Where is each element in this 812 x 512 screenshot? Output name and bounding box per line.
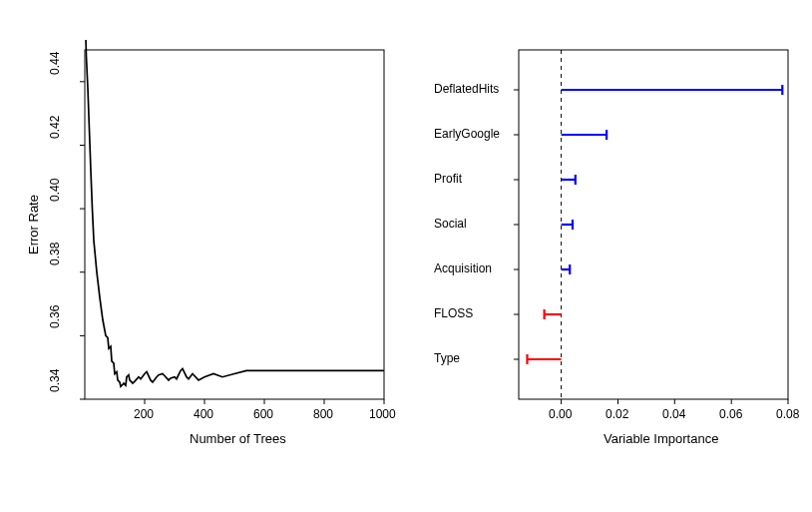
- xtick-label: 0.06: [719, 407, 742, 421]
- xtick-label: 0.04: [662, 407, 685, 421]
- ytick-label: 0.42: [48, 116, 62, 139]
- var-label: Profit: [434, 172, 462, 186]
- ytick-label: 0.38: [48, 243, 62, 265]
- xtick-label: 400: [194, 407, 213, 421]
- xtick-label: 0.08: [776, 407, 799, 421]
- svg-rect-0: [85, 50, 384, 399]
- x-axis-label-left: Number of Trees: [190, 431, 286, 446]
- ytick-label: 0.36: [48, 305, 62, 328]
- xtick-label: 800: [313, 407, 333, 421]
- xtick-label: 0.02: [606, 407, 628, 421]
- var-label: Social: [434, 217, 467, 231]
- xtick-label: 1000: [369, 407, 396, 421]
- var-label: Type: [434, 351, 460, 365]
- svg-rect-12: [519, 50, 788, 399]
- var-label: FLOSS: [434, 306, 473, 320]
- right-chart-panel: DeflatedHits EarlyGoogle Profit Social A…: [429, 40, 798, 439]
- x-axis-label-right: Variable Importance: [604, 431, 718, 446]
- ytick-label: 0.40: [48, 179, 62, 202]
- left-chart-panel: 0.34 0.36 0.38 0.40 0.42 0.44 200 400 60…: [50, 40, 394, 439]
- xtick-label: 200: [134, 407, 154, 421]
- error-rate-plot: [50, 40, 394, 439]
- y-axis-label-left: Error Rate: [26, 195, 41, 255]
- varimp-plot: [429, 40, 798, 439]
- ytick-label: 0.34: [48, 369, 62, 392]
- var-label: Acquisition: [434, 261, 492, 275]
- xtick-label: 0.00: [549, 407, 572, 421]
- xtick-label: 600: [253, 407, 273, 421]
- var-label: EarlyGoogle: [434, 127, 500, 141]
- ytick-label: 0.44: [48, 52, 62, 75]
- var-label: DeflatedHits: [434, 82, 499, 96]
